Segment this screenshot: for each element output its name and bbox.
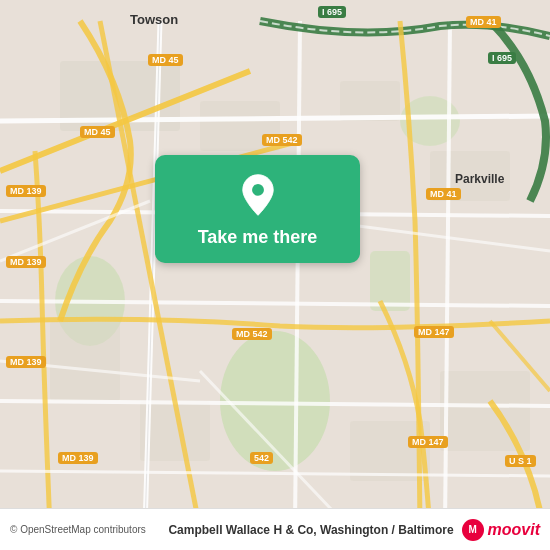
badge-md45-top: MD 45	[148, 54, 183, 66]
badge-md41-top: MD 41	[466, 16, 501, 28]
badge-us1-bot: U S 1	[505, 455, 536, 467]
bottom-bar: © OpenStreetMap contributors Campbell Wa…	[0, 508, 550, 550]
badge-md147-bot: MD 147	[408, 436, 448, 448]
location-pin-icon	[236, 173, 280, 217]
take-me-there-card[interactable]: Take me there	[155, 155, 360, 263]
badge-md139-left1: MD 139	[6, 185, 46, 197]
place-name: Campbell Wallace H & Co, Washington / Ba…	[161, 523, 462, 537]
moovit-icon: M	[462, 519, 484, 541]
parkville-label: Parkville	[455, 172, 504, 186]
map-attribution: © OpenStreetMap contributors	[10, 524, 161, 535]
badge-i695-top: I 695	[318, 6, 346, 18]
svg-rect-9	[50, 321, 120, 401]
map-container: Towson Parkville I 695 MD 41 I 695 MD 45…	[0, 0, 550, 550]
take-me-there-label: Take me there	[198, 227, 318, 248]
moovit-text: moovit	[488, 521, 540, 539]
badge-md542-mid: MD 542	[262, 134, 302, 146]
svg-point-31	[252, 184, 264, 196]
towson-label: Towson	[130, 12, 178, 27]
badge-md139-left2: MD 139	[6, 256, 46, 268]
badge-md542-bot: MD 542	[232, 328, 272, 340]
badge-md139-bot: MD 139	[58, 452, 98, 464]
moovit-logo[interactable]: M moovit	[462, 519, 540, 541]
badge-md139-left3: MD 139	[6, 356, 46, 368]
badge-i695-right: I 695	[488, 52, 516, 64]
badge-md45-left: MD 45	[80, 126, 115, 138]
badge-md147-right1: MD 147	[414, 326, 454, 338]
badge-542-bot: 542	[250, 452, 273, 464]
svg-rect-4	[370, 251, 410, 311]
badge-md41-mid: MD 41	[426, 188, 461, 200]
